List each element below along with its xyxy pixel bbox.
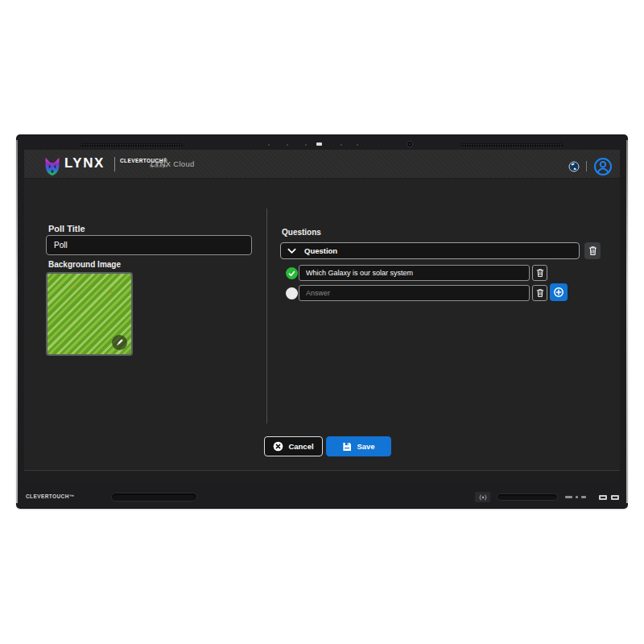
answer-correct-toggle[interactable] [286,267,298,279]
background-image-label: Background Image [48,260,121,269]
cancel-button-label: Cancel [288,442,313,451]
device-brand-label: CLEVERTOUCH™ [26,493,75,499]
trash-icon [536,268,544,278]
connector-slot [111,493,197,502]
save-button[interactable]: Save [326,436,391,456]
question-header-row[interactable]: Question [280,242,580,259]
lynx-logo-icon [43,158,61,175]
speaker-grille-left [80,143,183,147]
background-image-preview [46,272,133,356]
plus-circle-icon [553,287,564,298]
connector-slot [497,493,558,501]
app-title: LYNX Cloud [151,159,195,168]
delete-answer-1-button[interactable] [532,265,547,281]
app-header: LYNX CLEVERTOUCH® by Boxlight LYNX Cloud [24,150,620,179]
column-divider [266,208,267,423]
questions-label: Questions [282,228,321,237]
nfc-icon [475,492,490,502]
chevron-down-icon [287,248,296,254]
light-sensor [316,142,322,146]
device-left-edge [16,140,18,503]
screen: LYNX CLEVERTOUCH® by Boxlight LYNX Cloud [24,150,620,483]
answer-input-2[interactable] [299,285,530,301]
image-speck [110,291,113,293]
mic-dot [341,144,342,146]
screen-bottom-strip [24,470,620,483]
poll-title-label: Poll Title [48,224,85,233]
cancel-button[interactable]: Cancel [264,436,323,456]
trash-icon [588,246,597,256]
mic-dot [305,144,307,146]
mic-dot [357,144,358,146]
globe-icon[interactable] [568,161,580,172]
edit-image-button[interactable] [112,335,127,350]
image-speck [73,287,76,288]
trash-icon [536,288,544,298]
x-circle-icon [273,441,283,452]
profile-icon[interactable] [593,157,613,176]
check-icon [288,270,295,277]
save-button-label: Save [357,442,374,451]
mic-dot [268,144,270,146]
speaker-grille-right [460,143,563,147]
answer-input-1[interactable] [299,265,530,281]
brand-wordmark: LYNX [64,155,105,171]
answer-empty-toggle[interactable] [286,287,298,299]
add-answer-button[interactable] [550,283,568,301]
poll-title-input[interactable] [46,235,252,255]
device-footer: CLEVERTOUCH™ [17,483,627,508]
usb-port-icon [599,495,607,500]
pencil-icon [115,338,124,347]
question-text: Question [304,246,337,255]
port-mark [576,496,578,498]
usb-port-icon [611,495,619,500]
display-device-bezel: LYNX CLEVERTOUCH® by Boxlight LYNX Cloud [17,135,627,508]
port-mark [581,496,586,498]
page: LYNX CLEVERTOUCH® by Boxlight LYNX Cloud [0,0,644,644]
mic-dot [287,144,288,146]
header-divider [586,161,587,171]
device-right-edge [626,140,628,503]
brand-divider [114,157,115,171]
delete-question-button[interactable] [584,242,601,259]
port-mark [565,496,572,498]
floppy-icon [342,442,352,452]
delete-answer-2-button[interactable] [532,285,547,301]
camera-icon [407,141,413,147]
